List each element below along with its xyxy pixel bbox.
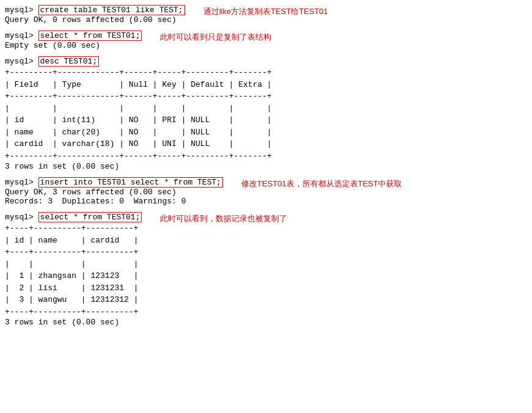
annotation-2: 此时可以看到只是复制了表结构 — [160, 31, 271, 43]
prompt-4: mysql> — [5, 178, 38, 187]
prompt-1: mysql> — [5, 5, 38, 15]
cmd-box-4: insert into TEST01 select * from TEST; — [38, 177, 223, 188]
section-create-table: mysql> create table TEST01 like TEST; Qu… — [5, 5, 527, 24]
cmd-line-2: mysql> select * from TEST01; — [5, 31, 142, 41]
prompt-3: mysql> — [5, 57, 38, 66]
cmd-box-2: select * from TEST01; — [38, 31, 142, 41]
section-select-data: mysql> select * from TEST01; +----+-----… — [5, 212, 527, 327]
cmd-line-3: mysql> desc TEST01; — [5, 56, 527, 67]
cmd-box-5: select * from TEST01; — [38, 212, 142, 222]
section-select-empty: mysql> select * from TEST01; Empty set (… — [5, 31, 527, 50]
annotation-5: 此时可以看到，数据记录也被复制了 — [160, 212, 287, 224]
annotation-4: 修改TEST01表，所有都从选定表TEST中获取 — [241, 177, 402, 189]
output-2: Empty set (0.00 sec) — [5, 41, 142, 50]
section-desc: mysql> desc TEST01; +---------+---------… — [5, 56, 527, 171]
cmd-line-5: mysql> select * from TEST01; — [5, 212, 142, 222]
desc-table: +---------+-------------+------+-----+--… — [5, 67, 527, 162]
cmd-line-4: mysql> insert into TEST01 select * from … — [5, 177, 223, 188]
output-4b: Records: 3 Duplicates: 0 Warnings: 0 — [5, 197, 223, 206]
output-1: Query OK, 0 rows affected (0.00 sec) — [5, 15, 185, 24]
output-5: 3 rows in set (0.00 sec) — [5, 318, 142, 327]
prompt-5: mysql> — [5, 213, 38, 222]
cmd-box-3: desc TEST01; — [38, 56, 100, 67]
output-3: 3 rows in set (0.00 sec) — [5, 162, 527, 171]
select-table: +----+----------+----------+ | id | name… — [5, 222, 142, 318]
cmd-line-1: mysql> create table TEST01 like TEST; — [5, 5, 185, 15]
cmd-box-1: create table TEST01 like TEST; — [38, 5, 185, 15]
section-insert: mysql> insert into TEST01 select * from … — [5, 177, 527, 206]
output-4a: Query OK, 3 rows affected (0.00 sec) — [5, 188, 223, 197]
prompt-2: mysql> — [5, 31, 38, 40]
annotation-1: 通过like方法复制表TEST给TEST01 — [203, 5, 328, 17]
